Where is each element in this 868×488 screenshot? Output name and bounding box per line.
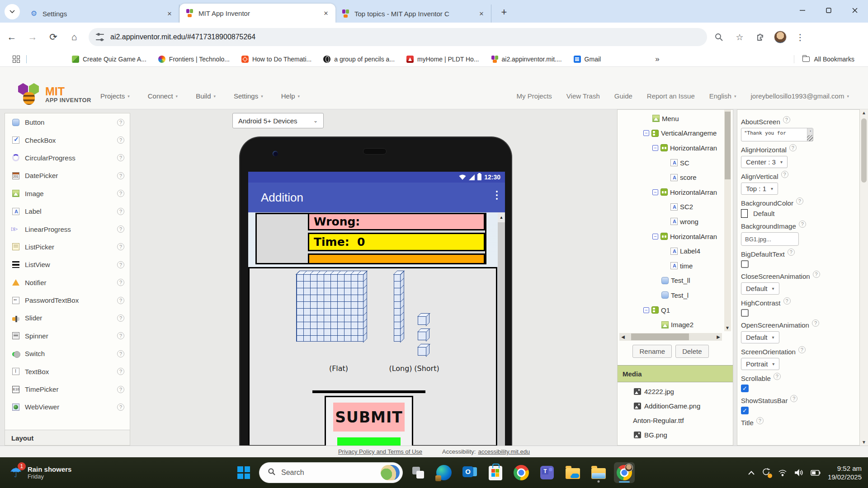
help-icon[interactable]: ?	[117, 297, 124, 304]
help-icon[interactable]: ?	[774, 373, 781, 380]
scrollbar-thumb[interactable]	[725, 112, 731, 179]
aboutscreen-textarea[interactable]: "Thank you for	[741, 128, 813, 141]
help-icon[interactable]: ?	[117, 368, 124, 375]
property-checkbox[interactable]	[741, 260, 749, 268]
scroll-up-icon[interactable]: ▲	[860, 110, 868, 115]
wifi-icon[interactable]	[778, 469, 787, 476]
help-icon[interactable]: ?	[799, 221, 806, 228]
menu-build[interactable]: Build▾	[196, 92, 216, 100]
palette-item-passwordtextbox[interactable]: PasswordTextBox?	[5, 291, 130, 309]
palette-item-textbox[interactable]: TextBox?	[5, 362, 130, 380]
help-icon[interactable]: ?	[790, 395, 797, 402]
submit-button[interactable]: SUBMIT	[333, 403, 405, 432]
bookmark-item[interactable]: Frontiers | Technolo...	[158, 56, 230, 63]
bookmark-item[interactable]: Create Quiz Game A...	[72, 56, 146, 63]
scoreboard-empty-cell[interactable]	[257, 214, 308, 263]
tree-node-horizontalarran[interactable]: −HorizontalArran	[618, 185, 724, 200]
help-icon[interactable]: ?	[798, 346, 806, 353]
tree-node-score[interactable]: score	[618, 170, 724, 185]
property-checkbox[interactable]	[741, 309, 749, 317]
link-view-trash[interactable]: View Trash	[566, 92, 600, 100]
help-icon[interactable]: ?	[117, 208, 124, 215]
palette-item-datepicker[interactable]: DatePicker?	[5, 167, 130, 184]
privacy-link[interactable]: Privacy Policy and Terms of Use	[338, 448, 422, 455]
tree-vertical-scrollbar[interactable]: ▼	[724, 110, 731, 331]
bookmark-item[interactable]: Gmail	[574, 56, 601, 63]
help-icon[interactable]: ?	[117, 243, 124, 250]
short-cube-image[interactable]	[418, 316, 427, 325]
menu-connect[interactable]: Connect▾	[148, 92, 178, 100]
help-icon[interactable]: ?	[117, 225, 124, 233]
help-icon[interactable]: ?	[117, 136, 124, 144]
palette-item-switch[interactable]: Switch?	[5, 345, 130, 362]
tree-node-horizontalarran[interactable]: −HorizontalArran	[618, 229, 724, 244]
bookmark-item[interactable]: ai2.appinventor.mit....	[491, 56, 562, 63]
palette-item-timepicker[interactable]: TimePicker?	[5, 380, 130, 398]
property-checkbox[interactable]: ✓	[741, 385, 749, 392]
resize-grip-icon[interactable]	[807, 135, 813, 141]
weather-widget[interactable]: ☂ 1 Rain showers Friday	[10, 465, 71, 480]
textarea-input[interactable]: "Thank you for	[741, 128, 813, 141]
green-button[interactable]	[337, 437, 401, 446]
volume-icon[interactable]	[794, 469, 803, 476]
help-icon[interactable]: ?	[117, 332, 124, 339]
bookmark-star-icon[interactable]: ☆	[732, 30, 747, 44]
new-tab-button[interactable]: +	[498, 7, 510, 17]
help-icon[interactable]: ?	[789, 144, 797, 151]
palette-item-checkbox[interactable]: CheckBox?	[5, 131, 130, 149]
tab-close-icon[interactable]: ✕	[477, 10, 486, 17]
media-item[interactable]: BG.png	[618, 427, 733, 442]
chrome-taskbar-button[interactable]	[511, 462, 532, 483]
palette-item-listpicker[interactable]: ListPicker?	[5, 238, 130, 256]
help-icon[interactable]: ?	[117, 386, 124, 393]
scrollbar-thumb[interactable]	[631, 333, 689, 340]
palette-item-button[interactable]: Button?	[5, 113, 130, 131]
short-cube-image[interactable]	[418, 347, 427, 356]
help-icon[interactable]: ?	[117, 261, 124, 268]
help-icon[interactable]: ?	[788, 249, 795, 256]
apps-grid-icon[interactable]	[13, 56, 20, 63]
media-item[interactable]: AdditionGame.png	[618, 399, 733, 413]
help-icon[interactable]: ?	[117, 314, 124, 322]
tree-node-q1[interactable]: −Q1	[618, 303, 724, 318]
window-minimize-button[interactable]	[789, 0, 816, 21]
address-bar[interactable]: ai2.appinventor.mit.edu/#471731890087526…	[89, 28, 707, 46]
property-dropdown[interactable]: Portrait▾	[741, 358, 779, 370]
property-dropdown[interactable]: Default▾	[741, 331, 779, 343]
tree-node-menu[interactable]: Menu	[618, 111, 724, 126]
browser-tab[interactable]: Top topics - MIT App Inventor C✕	[335, 5, 491, 23]
link-my-projects[interactable]: My Projects	[517, 92, 552, 100]
help-icon[interactable]: ?	[783, 116, 790, 123]
tab-close-icon[interactable]: ✕	[165, 10, 174, 17]
account-menu[interactable]: joreybellosillo1993@gmail.com▾	[750, 92, 849, 100]
taskbar-search[interactable]: Search	[259, 462, 403, 483]
wrong-label-bar[interactable]: Wrong:	[308, 214, 485, 230]
tree-node-test_ll[interactable]: Test_ll	[618, 273, 724, 288]
palette-item-webviewer[interactable]: WebViewer?	[5, 398, 130, 416]
home-button[interactable]: ⌂	[65, 28, 83, 46]
menu-help[interactable]: Help▾	[281, 92, 300, 100]
bookmarks-overflow-chevron[interactable]: »	[655, 55, 659, 64]
base-ten-blocks-canvas[interactable]: (Flat) (Long) (Short) SUBMIT	[248, 267, 497, 446]
reload-button[interactable]: ⟳	[44, 28, 62, 46]
collapse-icon[interactable]: −	[652, 189, 658, 195]
help-icon[interactable]: ?	[117, 350, 124, 357]
help-icon[interactable]: ?	[117, 119, 124, 126]
appinventor-logo[interactable]: MIT APP INVENTOR	[17, 83, 91, 106]
color-swatch[interactable]	[741, 209, 748, 218]
help-icon[interactable]: ?	[117, 172, 124, 179]
tab-close-icon[interactable]: ✕	[322, 10, 330, 17]
tree-node-test_l[interactable]: Test_l	[618, 288, 724, 303]
search-icon[interactable]	[712, 30, 726, 44]
help-icon[interactable]: ?	[117, 154, 124, 161]
link-report-an-issue[interactable]: Report an Issue	[647, 92, 695, 100]
task-view-button[interactable]	[408, 462, 429, 483]
tree-node-verticalarrangeme[interactable]: −VerticalArrangeme	[618, 126, 724, 141]
tree-node-time[interactable]: time	[618, 258, 724, 273]
palette-item-circularprogress[interactable]: CircularProgress?	[5, 149, 130, 167]
time-label-bar[interactable]: Time: 0	[308, 233, 485, 251]
tree-node-sc[interactable]: SC	[618, 155, 724, 170]
language-selector[interactable]: English▾	[709, 92, 736, 100]
browser-menu-kebab-icon[interactable]: ⋮	[793, 30, 807, 44]
chrome-profile-taskbar-button[interactable]	[614, 462, 635, 483]
